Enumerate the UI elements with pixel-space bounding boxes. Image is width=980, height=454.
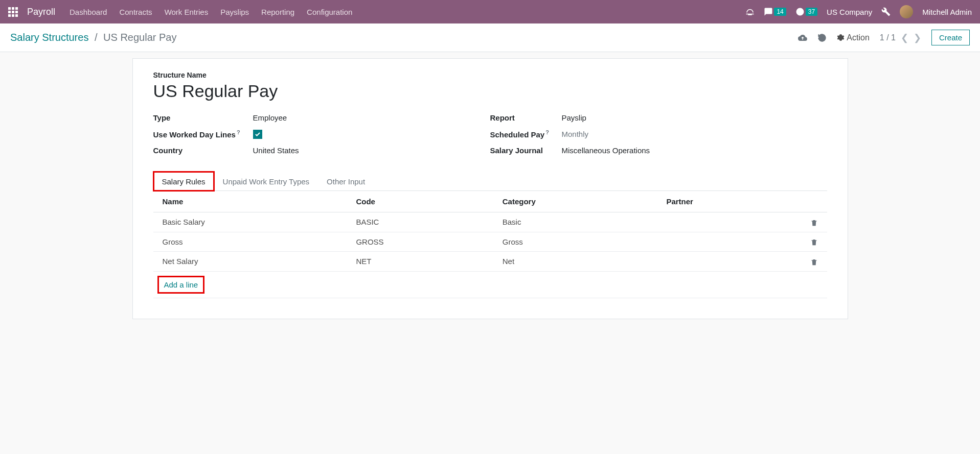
type-label: Type	[153, 113, 253, 122]
record-title[interactable]: US Regular Pay	[153, 81, 827, 101]
cell-category: Net	[493, 252, 657, 272]
uwdl-label: Use Worked Day Lines?	[153, 129, 253, 139]
avatar[interactable]	[900, 5, 913, 18]
nav-dashboard[interactable]: Dashboard	[70, 8, 107, 16]
action-dropdown[interactable]: Action	[837, 33, 869, 42]
delete-row-icon[interactable]	[801, 252, 827, 272]
tabs: Salary Rules Unpaid Work Entry Types Oth…	[153, 171, 827, 191]
cell-code: GROSS	[347, 232, 493, 252]
cell-name: Gross	[153, 232, 347, 252]
tab-other-input[interactable]: Other Input	[318, 172, 374, 191]
debug-icon[interactable]	[881, 7, 891, 16]
action-label: Action	[847, 33, 869, 42]
col-category[interactable]: Category	[493, 191, 657, 212]
breadcrumb-current: US Regular Pay	[103, 32, 176, 43]
country-label: Country	[153, 146, 253, 155]
sched-value[interactable]: Monthly	[562, 130, 589, 138]
pager-next-icon[interactable]: ❯	[914, 32, 921, 43]
cell-partner	[657, 232, 801, 252]
form-sheet: Structure Name US Regular Pay Type Emplo…	[132, 58, 848, 319]
nav-configuration[interactable]: Configuration	[307, 8, 352, 16]
nav-contracts[interactable]: Contracts	[119, 8, 152, 16]
cell-name: Basic Salary	[153, 212, 347, 232]
company-switcher[interactable]: US Company	[827, 8, 872, 16]
structure-name-label: Structure Name	[153, 71, 827, 79]
undo-icon[interactable]	[817, 32, 827, 43]
breadcrumb: Salary Structures / US Regular Pay	[10, 32, 176, 43]
delete-row-icon[interactable]	[801, 232, 827, 252]
report-label: Report	[490, 113, 562, 122]
breadcrumb-root[interactable]: Salary Structures	[10, 32, 88, 43]
report-value[interactable]: Payslip	[562, 113, 586, 122]
create-button[interactable]: Create	[931, 30, 970, 45]
messages-badge: 14	[774, 8, 786, 16]
journal-value[interactable]: Miscellaneous Operations	[562, 146, 650, 155]
col-partner[interactable]: Partner	[657, 191, 801, 212]
nav-items: Dashboard Contracts Work Entries Payslip…	[70, 8, 352, 16]
messages-icon[interactable]: 14	[764, 7, 786, 16]
col-name[interactable]: Name	[153, 191, 347, 212]
topbar: Payroll Dashboard Contracts Work Entries…	[0, 0, 980, 23]
tab-unpaid-work-entry-types[interactable]: Unpaid Work Entry Types	[214, 172, 318, 191]
cell-category: Basic	[493, 212, 657, 232]
type-value[interactable]: Employee	[253, 113, 287, 122]
salary-rules-table: Name Code Category Partner Basic Salary …	[153, 191, 827, 298]
pager: 1 / 1 ❮ ❯	[880, 32, 921, 43]
cell-category: Gross	[493, 232, 657, 252]
uwdl-checkbox[interactable]	[253, 130, 262, 139]
cell-code: NET	[347, 252, 493, 272]
sched-label: Scheduled Pay?	[490, 129, 562, 139]
journal-label: Salary Journal	[490, 146, 562, 155]
apps-icon[interactable]	[8, 7, 18, 17]
tab-salary-rules[interactable]: Salary Rules	[153, 172, 214, 191]
activities-icon[interactable]: 37	[795, 7, 817, 16]
app-brand[interactable]: Payroll	[27, 7, 55, 17]
table-row[interactable]: Basic Salary BASIC Basic	[153, 212, 827, 232]
pager-text: 1 / 1	[880, 33, 896, 42]
user-menu[interactable]: Mitchell Admin	[922, 8, 972, 16]
check-icon	[253, 130, 262, 139]
help-icon[interactable]: ?	[237, 129, 240, 135]
activities-badge: 37	[806, 8, 817, 16]
pager-prev-icon[interactable]: ❮	[901, 32, 908, 43]
cloud-upload-icon[interactable]	[798, 32, 807, 43]
cell-partner	[657, 252, 801, 272]
country-value[interactable]: United States	[253, 146, 299, 155]
cell-code: BASIC	[347, 212, 493, 232]
nav-reporting[interactable]: Reporting	[261, 8, 294, 16]
table-row[interactable]: Net Salary NET Net	[153, 252, 827, 272]
table-row[interactable]: Gross GROSS Gross	[153, 232, 827, 252]
breadcrumb-sep: /	[95, 32, 98, 43]
col-code[interactable]: Code	[347, 191, 493, 212]
tray-icon-1[interactable]	[745, 7, 755, 16]
delete-row-icon[interactable]	[801, 212, 827, 232]
cell-partner	[657, 212, 801, 232]
control-bar: Salary Structures / US Regular Pay Actio…	[0, 23, 980, 52]
add-line-link[interactable]: Add a line	[164, 280, 198, 289]
cell-name: Net Salary	[153, 252, 347, 272]
help-icon[interactable]: ?	[545, 129, 549, 135]
nav-payslips[interactable]: Payslips	[220, 8, 249, 16]
add-line-row: Add a line	[153, 271, 827, 298]
nav-work-entries[interactable]: Work Entries	[165, 8, 209, 16]
